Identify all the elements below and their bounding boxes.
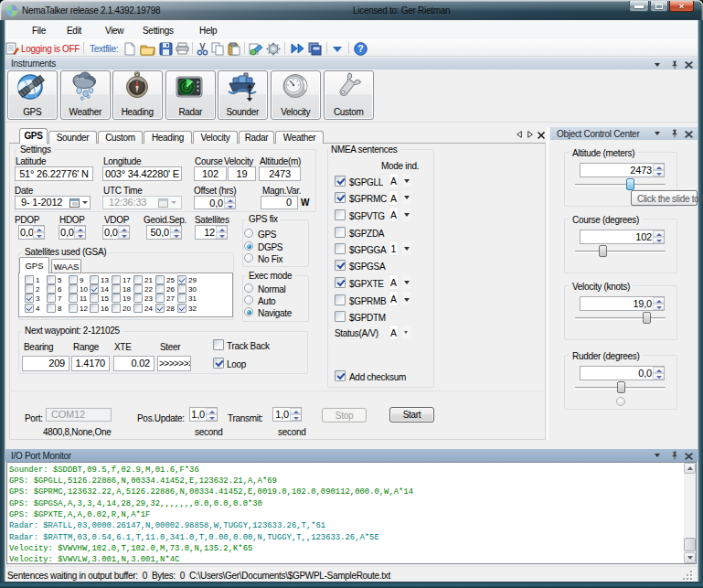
svg-text:?: ?	[357, 43, 363, 54]
